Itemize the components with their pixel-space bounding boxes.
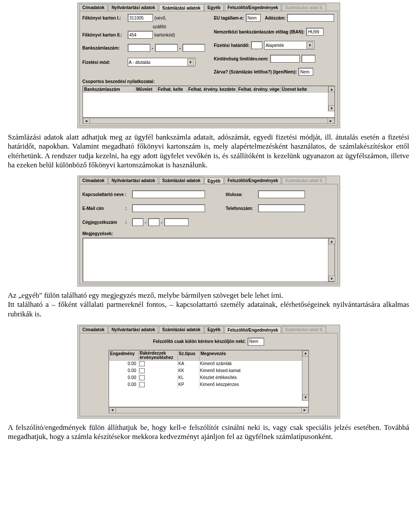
fizhat-input[interactable] xyxy=(251,41,262,49)
felszolito-panel: Felszólító csak külön kérésre készüljön … xyxy=(79,333,338,416)
scroll-up-icon[interactable]: ▲ xyxy=(328,86,335,92)
cegj-input-2[interactable] xyxy=(148,218,159,226)
cell-checkbox[interactable] xyxy=(139,375,178,382)
bank-input-1[interactable] xyxy=(128,44,150,52)
vertical-scrollbar[interactable]: ▲ ▼ xyxy=(328,86,334,111)
tab-cimadatok[interactable]: Címadatok xyxy=(79,177,108,184)
tel-input[interactable] xyxy=(258,204,305,212)
note-vevo: (vevő, xyxy=(155,16,166,20)
tab-nyilvantartasi[interactable]: Nyilvántartási adatok xyxy=(109,326,159,333)
tabs-bar-2: Címadatok Nyilvántartási adatok Számlázá… xyxy=(78,176,340,184)
egyeb-panel: Kapcsolattartó neve : E-Mail cím : Cégje… xyxy=(79,184,338,284)
chevron-down-icon[interactable]: ▼ xyxy=(306,42,313,49)
felsz-label: Felszólító csak külön kérésre készüljön … xyxy=(153,339,245,344)
tab-nyilvantartasi[interactable]: Nyilvántartási adatok xyxy=(109,4,159,11)
billing-panel: Főkönyvi karton I.: (vevő, szállító Főkö… xyxy=(79,11,338,126)
bank-input-2[interactable] xyxy=(155,44,178,52)
cell-engedmeny: 0.00 xyxy=(109,361,139,368)
dash-4: - xyxy=(161,220,162,225)
bank-input-3[interactable] xyxy=(182,44,205,52)
tab-egyeb[interactable]: Egyéb xyxy=(205,4,224,11)
fokonyvi2-label: Főkönyvi karton II.: xyxy=(83,33,126,37)
gridcol-felhatvege: Felhat. érvény. vége xyxy=(237,86,281,93)
cell-sztipus: KL xyxy=(178,375,199,382)
tab-szamlazasi[interactable]: Számlázási adatok xyxy=(159,326,203,333)
kintlev-label: Kintlévőség limit/dev.nem: xyxy=(214,57,268,61)
vertical-scrollbar[interactable]: ▲ ▼ xyxy=(302,350,308,401)
paragraph-2b: Itt található a – főként vállalati partn… xyxy=(8,300,409,319)
kintlev-input-2[interactable] xyxy=(301,55,315,63)
scroll-left-icon[interactable]: ◄ xyxy=(109,407,116,413)
tab-egyeb[interactable]: Egyéb xyxy=(205,326,224,333)
scroll-down-icon[interactable]: ▼ xyxy=(302,395,309,401)
gridcol-muvelet: Művelet xyxy=(135,86,157,93)
kintlev-input-1[interactable] xyxy=(270,55,300,63)
titulus-label: titulusa: xyxy=(226,192,256,197)
megj-textarea[interactable]: ▲ ▼ xyxy=(83,238,335,282)
fokonyvi1-input[interactable] xyxy=(128,14,153,22)
scroll-right-icon[interactable]: ► xyxy=(301,407,308,413)
tab-szamlazasi[interactable]: Számlázási adatok xyxy=(159,177,203,184)
horizontal-scrollbar[interactable]: ◄ ► xyxy=(83,118,335,124)
fokonyvi2-input[interactable] xyxy=(128,31,153,39)
felszolito-window: Címadatok Nyilvántartási adatok Számlázá… xyxy=(77,325,340,419)
tab-nyilvantartasi[interactable]: Nyilvántartási adatok xyxy=(109,177,159,184)
tab-szamlazasi[interactable]: Számlázási adatok xyxy=(159,4,203,11)
paragraph-3: A felszólító/engedmények fülön állíthatj… xyxy=(8,423,409,442)
fizmod-select[interactable]: A - átutalás ▼ xyxy=(128,58,195,66)
email-label: E-Mail cím xyxy=(83,206,124,211)
fizhat-value: Alapérték xyxy=(265,43,284,48)
felsz-input[interactable] xyxy=(248,338,264,346)
note-kartonkod: kartonkód) xyxy=(155,33,175,37)
cell-engedmeny: 0.00 xyxy=(109,368,139,375)
tab-cimadatok[interactable]: Címadatok xyxy=(79,4,108,11)
cegj-input-3[interactable] xyxy=(164,218,189,226)
cell-sztipus: KP xyxy=(178,382,199,389)
scroll-up-icon[interactable]: ▲ xyxy=(328,238,335,244)
tab-cimadatok[interactable]: Címadatok xyxy=(79,326,108,333)
paragraph-2: Az „egyéb" fülön található egy megjegyzé… xyxy=(8,291,409,300)
egyeb-window: Címadatok Nyilvántartási adatok Számlázá… xyxy=(77,176,340,286)
tab-egyeb[interactable]: Egyéb xyxy=(205,177,224,184)
scroll-left-icon[interactable]: ◄ xyxy=(83,118,90,124)
table-row[interactable]: 0.00KAKimenő számlák xyxy=(109,361,308,368)
vertical-scrollbar[interactable]: ▲ ▼ xyxy=(328,238,334,282)
titulus-input[interactable] xyxy=(258,190,305,198)
scroll-down-icon[interactable]: ▼ xyxy=(328,276,335,282)
cegj-label: Cégjegyzékszám xyxy=(83,220,124,225)
zarva-input[interactable] xyxy=(298,68,313,76)
cell-checkbox[interactable] xyxy=(139,368,178,375)
bankszamla-label: Bankszámlaszám: xyxy=(83,46,126,50)
scroll-right-icon[interactable]: ► xyxy=(328,118,334,124)
tab-felszolito[interactable]: Felszólító/Engedmények xyxy=(225,4,281,11)
kapcs-input[interactable] xyxy=(132,190,205,198)
table-row[interactable]: 0.00KLKészlet értékesítés xyxy=(109,375,308,382)
engedmeny-grid[interactable]: Engedmény Rákérdezzekérvényesítéshez Sz.… xyxy=(109,350,309,407)
scroll-down-icon[interactable]: ▼ xyxy=(328,105,335,111)
fizhat-select[interactable]: Alapérték ▼ xyxy=(264,41,314,50)
cell-engedmeny: 0.00 xyxy=(109,375,139,382)
billing-window: Címadatok Nyilvántartási adatok Számlázá… xyxy=(77,3,340,128)
eu-label: EU tagállam-e: xyxy=(214,16,244,20)
cell-checkbox[interactable] xyxy=(139,382,178,389)
tabs-bar: Címadatok Nyilvántartási adatok Számlázá… xyxy=(78,3,340,11)
csoportos-grid[interactable]: Bankszámlaszám Művelet Felhat. kelte Fel… xyxy=(83,86,335,118)
cell-checkbox[interactable] xyxy=(139,361,178,368)
chevron-down-icon[interactable]: ▼ xyxy=(187,59,194,66)
gridcol-felhatkelt: Felhat. kelte xyxy=(157,86,187,93)
cell-megnevezes: Kimenő számlák xyxy=(199,361,308,368)
fizmod-label: Fizetési mód: xyxy=(83,60,126,65)
table-row[interactable]: 0.00KPKimenő készpénzes xyxy=(109,382,308,389)
tab-felszolito[interactable]: Felszólító/Engedmények xyxy=(225,177,281,184)
email-input[interactable] xyxy=(132,204,205,212)
horizontal-scrollbar[interactable]: ◄ ► xyxy=(109,407,309,413)
gridcol-felhatkezd: Felhat. érvény. kezdete xyxy=(187,86,237,93)
note-szallito: szállító xyxy=(153,24,166,29)
scroll-up-icon[interactable]: ▲ xyxy=(302,350,309,356)
iban-input[interactable] xyxy=(306,28,324,36)
adoszam-input[interactable] xyxy=(287,14,334,22)
tab-felszolito[interactable]: Felszólító/Engedmények xyxy=(225,326,281,333)
cegj-input-1[interactable] xyxy=(132,218,143,226)
table-row[interactable]: 0.00KKKimenő késed.kamat xyxy=(109,368,308,375)
eu-input[interactable] xyxy=(246,14,261,22)
